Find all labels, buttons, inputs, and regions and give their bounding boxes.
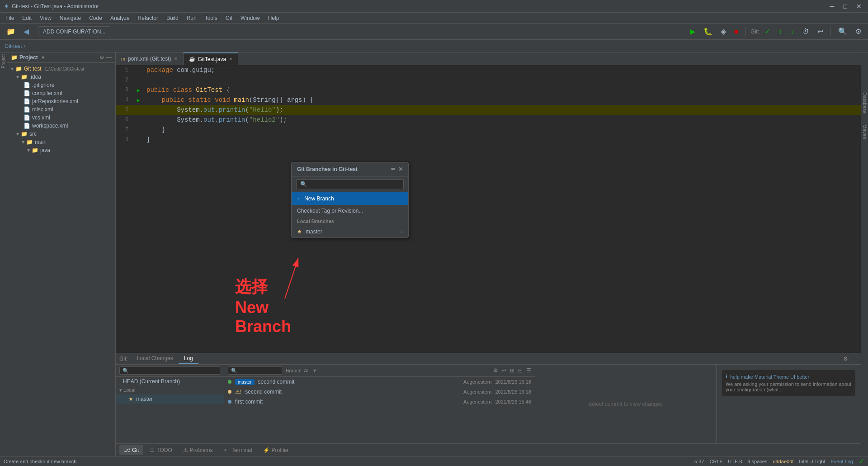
menu-view[interactable]: View: [36, 14, 55, 22]
menu-build[interactable]: Build: [163, 14, 182, 22]
menu-code[interactable]: Code: [85, 14, 106, 22]
minimize-button[interactable]: ─: [827, 2, 837, 11]
menu-run[interactable]: Run: [183, 14, 200, 22]
git-commit-icon[interactable]: ✓: [762, 25, 773, 38]
menu-tools[interactable]: Tools: [201, 14, 221, 22]
menu-refactor[interactable]: Refactor: [134, 14, 162, 22]
head-branch-item[interactable]: HEAD (Current Branch): [116, 377, 224, 386]
bottom-tab-log[interactable]: Log: [179, 353, 198, 364]
tree-main[interactable]: ▾ 📁 main: [7, 138, 115, 146]
line-ending[interactable]: CRLF: [710, 459, 723, 464]
menu-window[interactable]: Window: [237, 14, 264, 22]
project-dropdown-icon[interactable]: ▾: [42, 54, 44, 61]
toolbar-coverage-icon[interactable]: ◈: [718, 25, 729, 38]
git-log-filter-icon[interactable]: ⊟: [518, 367, 523, 374]
tool-tab-profiler[interactable]: ⚡ Profiler: [259, 445, 293, 455]
popup-edit-icon[interactable]: ✏: [391, 166, 396, 172]
project-panel: 📁 Project ▾ ⚙ — ▾ 📁 Git-test E:\Code\Git…: [7, 52, 116, 456]
toolbar-search-icon[interactable]: 🔍: [835, 25, 850, 38]
database-sidebar-label[interactable]: Database: [861, 89, 868, 117]
tool-tab-terminal[interactable]: >_ Terminal: [219, 445, 256, 455]
git-log-more-icon[interactable]: ☰: [526, 367, 531, 374]
breadcrumb-text[interactable]: Git-test ›: [5, 43, 25, 49]
theme-label[interactable]: IntelliJ Light: [799, 459, 825, 464]
master-branch-item[interactable]: ★ master: [116, 395, 224, 404]
git-log-grid-icon[interactable]: ⊞: [510, 367, 514, 374]
commit-row-3[interactable]: first commit Augenestern 2021/8/26 15:46: [224, 397, 535, 407]
filter-dropdown-icon[interactable]: ▾: [313, 367, 316, 374]
menu-navigate[interactable]: Navigate: [56, 14, 85, 22]
code-editor[interactable]: 1 package com.guigu; 2 3 ▶ public class …: [116, 65, 861, 353]
root-path: E:\Code\Git\Git-test: [45, 67, 85, 71]
tree-workspace[interactable]: 📄 workspace.xml: [7, 122, 115, 130]
line-arrow-4: ▶: [134, 97, 143, 103]
project-minimize-icon[interactable]: —: [106, 54, 112, 61]
git-history-icon[interactable]: ⏱: [799, 26, 812, 38]
tree-java[interactable]: ▾ 📁 java: [7, 146, 115, 154]
toolbar-back-icon[interactable]: ◀: [21, 25, 32, 38]
git-log-settings-icon[interactable]: ⚙: [493, 367, 498, 374]
tab-pom-close[interactable]: ✕: [174, 56, 178, 61]
toolbar-run-icon[interactable]: ▶: [687, 25, 698, 38]
workspace-name: workspace.xml: [32, 123, 68, 129]
toolbar-settings-icon[interactable]: ⚙: [853, 25, 864, 38]
tree-idea-folder[interactable]: ▾ 📁 .idea: [7, 73, 115, 81]
tree-src[interactable]: ▾ 📁 src: [7, 130, 115, 138]
tool-tab-problems[interactable]: ⚠ Problems: [179, 445, 217, 455]
toolbar-stop-icon[interactable]: ■: [731, 26, 741, 38]
commit-row-1[interactable]: master second commit Augenestern 2021/8/…: [224, 377, 535, 387]
checkout-tag-item[interactable]: Checkout Tag or Revision...: [292, 205, 408, 217]
code-line-1: 1 package com.guigu;: [116, 65, 861, 75]
main-expand-icon: ▾: [22, 139, 24, 145]
tab-pom[interactable]: m pom.xml (Git-test) ✕: [116, 52, 184, 65]
local-branches-label: Local Branches: [297, 219, 334, 224]
git-log-search[interactable]: [228, 366, 282, 375]
tree-jar[interactable]: 📄 jarRepositories.xml: [7, 97, 115, 105]
git-log-refresh-icon[interactable]: ↩: [502, 367, 506, 374]
git-push-icon[interactable]: ↑: [776, 26, 785, 38]
menu-file[interactable]: File: [2, 14, 18, 22]
new-branch-item[interactable]: + New Branch: [292, 192, 408, 205]
master-popup-item[interactable]: ★ master ›: [292, 226, 408, 238]
tree-vcs[interactable]: 📄 vcs.xml: [7, 114, 115, 122]
popup-close-icon[interactable]: ✕: [398, 166, 403, 172]
tool-tab-todo[interactable]: ☰ TODO: [145, 445, 176, 455]
menu-analyze[interactable]: Analyze: [107, 14, 133, 22]
tab-gittest-close[interactable]: ✕: [229, 57, 232, 62]
title-bar: ✦ Git-test - GitTest.java - Administrato…: [0, 0, 868, 13]
git-hash[interactable]: d4dae0df: [773, 459, 793, 464]
git-branches-panel: HEAD (Current Branch) ▾ Local ★ master: [116, 365, 224, 443]
file-encoding[interactable]: UTF-8: [728, 459, 742, 464]
tree-misc[interactable]: 📄 misc.xml: [7, 105, 115, 114]
menu-edit[interactable]: Edit: [19, 14, 35, 22]
project-header: 📁 Project ▾ ⚙ —: [7, 52, 115, 63]
tree-compiler[interactable]: 📄 compiler.xml: [7, 89, 115, 97]
toolbar-debug-icon[interactable]: 🐛: [701, 25, 715, 38]
cursor-position[interactable]: 5:37: [694, 459, 704, 464]
maximize-button[interactable]: □: [841, 2, 850, 11]
tree-gitignore[interactable]: 📄 .gitignore: [7, 81, 115, 89]
git-branches-search[interactable]: [119, 366, 220, 375]
toolbar-project-icon[interactable]: 📁: [4, 25, 18, 38]
src-folder-icon: 📁: [21, 131, 28, 137]
event-log-label[interactable]: Event Log: [830, 459, 853, 464]
tool-tab-git[interactable]: ⎇ Git: [119, 445, 143, 455]
bottom-minimize-icon[interactable]: —: [852, 356, 857, 362]
menu-help[interactable]: Help: [264, 14, 283, 22]
bottom-settings-icon[interactable]: ⚙: [843, 356, 848, 362]
git-revert-icon[interactable]: ↩: [815, 25, 826, 38]
menu-git[interactable]: Git: [222, 14, 236, 22]
maven-sidebar-label[interactable]: Maven: [861, 121, 868, 143]
tab-gittest[interactable]: ☕ GitTest.java ✕: [184, 52, 239, 65]
indent-settings[interactable]: 4 spaces: [747, 459, 767, 464]
local-label: Local: [123, 387, 135, 393]
add-configuration-button[interactable]: ADD CONFIGURATION...: [38, 26, 110, 37]
commit-row-2[interactable]: ⚠! second commit Augenestern 2021/8/26 1…: [224, 387, 535, 397]
close-button[interactable]: ✕: [854, 2, 864, 11]
git-pull-icon[interactable]: ↓: [788, 26, 797, 38]
project-settings-icon[interactable]: ⚙: [99, 54, 104, 61]
tree-root[interactable]: ▾ 📁 Git-test E:\Code\Git\Git-test: [7, 65, 115, 73]
popup-search-input[interactable]: [296, 179, 404, 189]
project-sidebar-label[interactable]: Project: [1, 54, 6, 68]
bottom-tab-local-changes[interactable]: Local Changes: [132, 353, 179, 364]
